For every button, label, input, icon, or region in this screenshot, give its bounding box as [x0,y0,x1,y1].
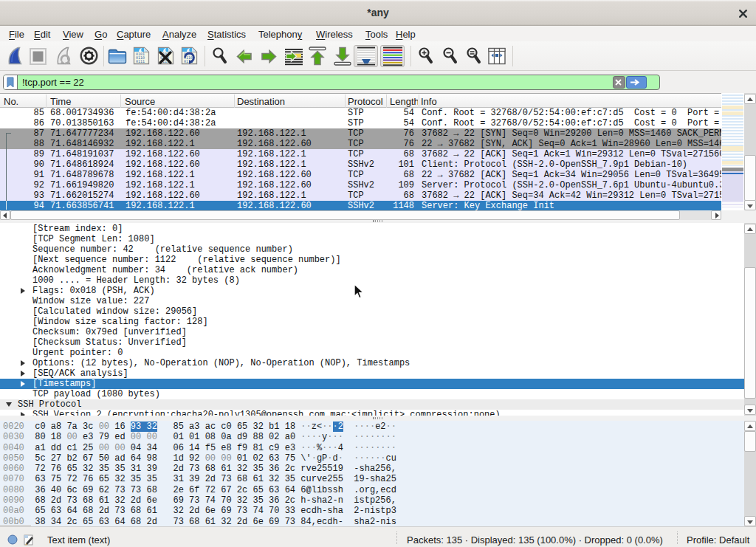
svg-text:0111: 0111 [136,59,145,63]
